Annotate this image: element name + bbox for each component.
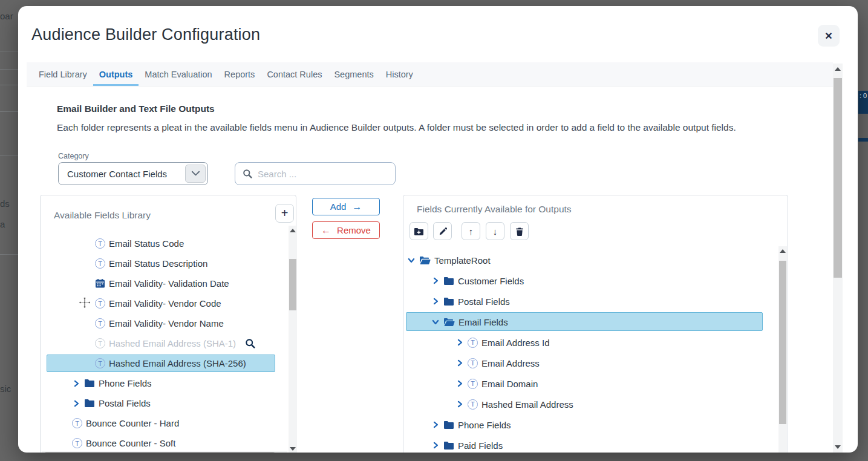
tab-reports[interactable]: Reports [218, 62, 261, 86]
tab-segments[interactable]: Segments [328, 62, 379, 86]
scroll-down-icon[interactable] [835, 445, 841, 449]
text-type-icon: T [468, 399, 478, 410]
folder-icon [84, 398, 95, 408]
add-to-outputs-button[interactable]: Add → [312, 198, 380, 215]
tree-item-folder[interactable]: Paid Fields [403, 435, 778, 453]
tab-field-library[interactable]: Field Library [33, 62, 93, 86]
list-item-folder[interactable]: Postal Fields [41, 393, 289, 413]
delete-button[interactable] [510, 222, 529, 240]
background-divider [0, 155, 18, 155]
tab-contact-rules[interactable]: Contact Rules [261, 62, 328, 86]
chevron-down-icon [407, 256, 416, 264]
available-fields-list: T Email Status Code T Email Status Descr… [41, 234, 289, 453]
output-fields-panel: Fields Currently Available for Outputs ↑… [403, 195, 788, 453]
text-type-icon: T [95, 258, 105, 269]
add-folder-icon [414, 227, 424, 236]
dialog-title: Audience Builder Configuration [31, 25, 260, 44]
chevron-right-icon [455, 338, 464, 347]
arrow-up-icon: ↑ [469, 226, 474, 237]
list-item-selected[interactable]: T Hashed Email Address (SHA-256) [41, 353, 289, 373]
text-type-icon: T [468, 379, 478, 389]
list-item[interactable]: T Email Validity- Vendor Name [41, 313, 289, 333]
add-button-label: Add [330, 201, 347, 212]
scrollbar-thumb[interactable] [779, 261, 786, 424]
list-item[interactable]: T Email Status Code [41, 234, 289, 253]
tree-item-folder-selected[interactable]: Email Fields [403, 312, 778, 332]
scroll-up-icon[interactable] [780, 249, 786, 253]
chevron-right-icon [455, 400, 464, 408]
category-select[interactable]: Customer Contact Fields [58, 162, 208, 185]
background-text-fragment: ds [0, 198, 10, 209]
text-type-icon: T [72, 438, 82, 448]
chevron-down-icon [191, 171, 200, 177]
edit-button[interactable] [433, 222, 452, 240]
scroll-down-icon[interactable] [290, 447, 296, 451]
right-panel-title: Fields Currently Available for Outputs [417, 204, 572, 215]
list-horizontal-scrollbar[interactable] [42, 451, 287, 453]
add-folder-button[interactable] [410, 222, 428, 240]
close-button[interactable]: ✕ [818, 25, 840, 47]
list-item[interactable]: T Email Status Description [41, 253, 289, 273]
arrow-left-icon: ← [321, 225, 331, 236]
category-label: Category [58, 152, 89, 160]
search-input[interactable] [258, 169, 395, 179]
arrow-right-icon: → [352, 201, 362, 212]
remove-from-outputs-button[interactable]: ← Remove [312, 221, 380, 239]
scrollbar-thumb[interactable] [834, 78, 842, 278]
scrollbar-thumb[interactable] [44, 452, 275, 453]
output-fields-tree: TemplateRoot Customer Fields Postal Fiel… [403, 250, 778, 453]
category-dropdown-button[interactable] [185, 165, 206, 183]
list-item[interactable]: T Bounce Counter - Soft [41, 433, 289, 453]
dialog-scrollbar[interactable] [833, 64, 843, 453]
background-counter-fragment: : 0 [858, 91, 868, 99]
list-item[interactable]: Email Validity- Validation Date [41, 273, 289, 293]
folder-icon [443, 276, 454, 286]
category-selected-value: Customer Contact Fields [59, 169, 185, 179]
tab-match-evaluation[interactable]: Match Evaluation [139, 62, 218, 86]
chevron-right-icon [72, 399, 80, 408]
move-up-button[interactable]: ↑ [462, 222, 480, 240]
tree-item-folder[interactable]: Phone Fields [403, 414, 778, 435]
background-text-fragment: sic [0, 384, 11, 394]
folder-icon [443, 440, 454, 451]
tree-item-field[interactable]: T Email Domain [403, 373, 778, 394]
tree-vertical-scrollbar[interactable] [778, 246, 787, 453]
scrollbar-thumb[interactable] [289, 259, 296, 310]
tree-item-field[interactable]: T Email Address [403, 353, 778, 373]
add-field-button[interactable]: + [275, 204, 294, 223]
tree-item-folder[interactable]: Postal Fields [403, 291, 778, 312]
chevron-right-icon [431, 276, 440, 285]
tree-item-root-folder[interactable]: TemplateRoot [403, 250, 778, 270]
move-cursor-icon [77, 295, 93, 311]
chevron-down-icon [431, 318, 440, 326]
folder-icon [443, 296, 454, 307]
search-icon [243, 169, 252, 178]
background-text-fragment: a [0, 219, 5, 229]
chevron-right-icon [431, 297, 440, 306]
tab-history[interactable]: History [380, 62, 419, 86]
tree-item-field[interactable]: T Email Address Id [403, 332, 778, 353]
text-type-icon: T [95, 298, 105, 309]
chevron-right-icon [431, 441, 440, 450]
move-down-button[interactable]: ↓ [486, 222, 504, 240]
text-type-icon: T [95, 238, 105, 249]
audience-builder-configuration-dialog: Audience Builder Configuration ✕ Field L… [18, 6, 858, 453]
list-item-folder[interactable]: Phone Fields [41, 373, 289, 393]
folder-open-icon [443, 317, 455, 327]
list-vertical-scrollbar[interactable] [289, 226, 297, 453]
available-fields-library-panel: Available Fields Library + T Email Statu… [40, 195, 296, 453]
tree-item-field[interactable]: T Hashed Email Address [403, 394, 778, 414]
folder-icon [443, 420, 454, 430]
chevron-right-icon [455, 359, 464, 367]
tab-outputs[interactable]: Outputs [93, 62, 139, 86]
text-type-icon: T [95, 358, 105, 368]
background-divider [0, 85, 18, 85]
tab-bar: Field Library Outputs Match Evaluation R… [27, 62, 833, 87]
scroll-up-icon[interactable] [290, 229, 296, 232]
section-description: Each folder represents a pleat in the av… [57, 120, 797, 135]
text-type-icon: T [95, 338, 105, 348]
list-item-disabled[interactable]: T Hashed Email Address (SHA-1) [41, 333, 289, 353]
tree-item-folder[interactable]: Customer Fields [403, 270, 778, 291]
list-item[interactable]: T Bounce Counter - Hard [41, 413, 289, 433]
scroll-up-icon[interactable] [835, 67, 841, 71]
